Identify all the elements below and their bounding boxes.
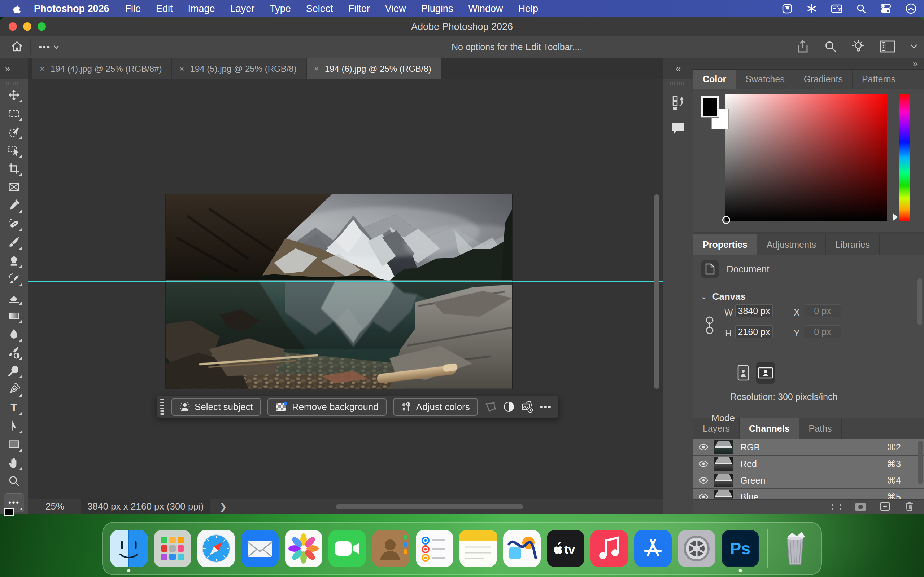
discover-lightbulb-icon[interactable] — [852, 40, 865, 55]
transform-icon[interactable] — [485, 401, 497, 413]
selection-brush-tool[interactable] — [5, 122, 23, 141]
dock-safari-icon[interactable] — [197, 530, 235, 567]
workspace-chevron-icon[interactable] — [910, 44, 918, 50]
hue-slider[interactable] — [899, 94, 910, 221]
canvas-viewport[interactable]: Select subject Remove background Adjust … — [28, 79, 663, 514]
menu-help[interactable]: Help — [518, 3, 538, 15]
dock-photoshop-icon[interactable]: Ps — [722, 530, 759, 567]
dock-contacts-icon[interactable] — [372, 530, 410, 567]
spotlight-search-icon[interactable] — [856, 3, 866, 14]
eyedropper-tool[interactable] — [5, 196, 23, 214]
blur-tool[interactable] — [5, 325, 23, 343]
snowflake-status-icon[interactable] — [806, 3, 817, 14]
vertical-guide[interactable] — [339, 79, 339, 500]
height-field[interactable] — [735, 325, 773, 338]
tab-gradients[interactable]: Gradients — [795, 69, 853, 89]
crop-tool[interactable] — [5, 160, 23, 178]
saturation-brightness-field[interactable] — [725, 94, 887, 221]
pen-tool[interactable] — [5, 380, 23, 398]
toolbar-expand-control[interactable]: » — [0, 58, 28, 79]
frame-tool[interactable] — [5, 178, 23, 196]
color-field-marker[interactable] — [722, 216, 730, 224]
landscape-orientation-button[interactable] — [756, 362, 775, 384]
close-tab-icon[interactable]: × — [40, 64, 45, 74]
dock-mail-icon[interactable] — [241, 530, 279, 567]
remove-background-button[interactable]: Remove background — [267, 398, 386, 416]
add-image-icon[interactable] — [521, 401, 533, 413]
toolbar-grip[interactable] — [6, 82, 22, 85]
type-tool[interactable]: T — [5, 398, 23, 417]
path-selection-tool[interactable] — [5, 417, 23, 435]
x-field[interactable] — [804, 305, 842, 318]
tab-adjustments[interactable]: Adjustments — [757, 234, 826, 255]
y-field[interactable] — [804, 325, 842, 338]
properties-scrollbar[interactable] — [917, 279, 922, 325]
menu-plugins[interactable]: Plugins — [421, 3, 453, 15]
menu-file[interactable]: File — [125, 3, 141, 15]
channel-thumbnail[interactable] — [714, 474, 733, 487]
visibility-eye-icon[interactable] — [693, 494, 714, 500]
visibility-eye-icon[interactable] — [693, 461, 714, 467]
new-channel-icon[interactable] — [880, 501, 890, 513]
horizontal-guide[interactable] — [28, 281, 663, 282]
menu-layer[interactable]: Layer — [230, 3, 255, 15]
channel-thumbnail[interactable] — [714, 440, 733, 454]
control-center-icon[interactable] — [880, 3, 892, 14]
dock-photos-icon[interactable] — [285, 530, 322, 567]
menu-edit[interactable]: Edit — [156, 3, 173, 15]
rectangular-marquee-tool[interactable] — [5, 104, 23, 122]
adjust-colors-button[interactable]: Adjust colors — [393, 398, 478, 416]
width-field[interactable] — [735, 305, 773, 318]
adjustment-brush-tool[interactable] — [5, 343, 23, 362]
dock-notes-icon[interactable] — [459, 530, 497, 567]
menu-type[interactable]: Type — [270, 3, 291, 15]
dock-launchpad-icon[interactable] — [154, 530, 191, 567]
title-bar[interactable]: Adobe Photoshop 2026 — [0, 17, 924, 36]
taskbar-more-button[interactable]: ••• — [540, 401, 552, 413]
home-icon[interactable] — [11, 40, 23, 54]
dock-reminders-icon[interactable] — [416, 530, 453, 567]
menu-select[interactable]: Select — [306, 3, 333, 15]
zoom-level-value[interactable]: 25% — [45, 501, 64, 512]
horizontal-scrollbar[interactable] — [336, 504, 523, 509]
document-tab-2[interactable]: ×194 (5).jpg @ 25% (RGB/8) — [172, 58, 306, 79]
document-tab-1[interactable]: ×194 (4).jpg @ 25% (RGB/8#) — [32, 58, 171, 79]
channel-row-red[interactable]: Red ⌘3 — [693, 456, 924, 472]
spot-healing-brush-tool[interactable] — [5, 214, 23, 233]
foreground-color-swatch[interactable] — [701, 96, 719, 117]
taskbar-drag-handle[interactable] — [160, 399, 164, 415]
channel-row-rgb[interactable]: RGB ⌘2 — [693, 439, 924, 456]
tab-channels[interactable]: Channels — [740, 418, 800, 439]
portrait-orientation-button[interactable] — [734, 362, 753, 384]
history-panel-icon[interactable] — [671, 95, 685, 112]
rectangle-tool[interactable] — [5, 435, 23, 454]
history-brush-tool[interactable] — [5, 270, 23, 288]
clock-status-icon[interactable] — [905, 3, 917, 15]
keyboard-command-status-icon[interactable]: ⌘ — [831, 3, 842, 14]
link-dimensions-icon[interactable] — [704, 314, 715, 338]
tab-swatches[interactable]: Swatches — [736, 69, 794, 89]
hue-slider-arrow[interactable] — [893, 213, 898, 221]
tab-libraries[interactable]: Libraries — [826, 234, 880, 255]
gradient-tool[interactable] — [5, 306, 23, 325]
document-tab-3-active[interactable]: ×194 (6).jpg @ 25% (RGB/8) — [307, 58, 441, 79]
vertical-scrollbar[interactable] — [654, 194, 659, 389]
canvas-section-header[interactable]: ⌄ Canvas — [693, 283, 924, 305]
tab-properties[interactable]: Properties — [693, 234, 757, 255]
shape-status-icon[interactable] — [782, 3, 793, 14]
zoom-tool[interactable] — [5, 472, 23, 490]
clone-stamp-tool[interactable] — [5, 251, 23, 270]
share-icon[interactable] — [796, 40, 809, 55]
dock-tv-icon[interactable]: tv — [547, 530, 584, 567]
channel-thumbnail[interactable] — [714, 490, 733, 500]
channel-row-blue[interactable]: Blue ⌘5 — [693, 489, 924, 500]
save-selection-as-channel-icon[interactable] — [855, 503, 866, 511]
dock-app-store-icon[interactable] — [634, 530, 672, 567]
dodge-tool[interactable] — [5, 362, 23, 380]
apple-menu-icon[interactable] — [12, 3, 21, 14]
channel-row-green[interactable]: Green ⌘4 — [693, 472, 924, 489]
eraser-tool[interactable] — [5, 288, 23, 306]
dock-trash-icon[interactable] — [776, 530, 814, 567]
panel-collapse-control[interactable]: « — [663, 58, 693, 79]
channels-scrollbar[interactable] — [918, 441, 923, 484]
